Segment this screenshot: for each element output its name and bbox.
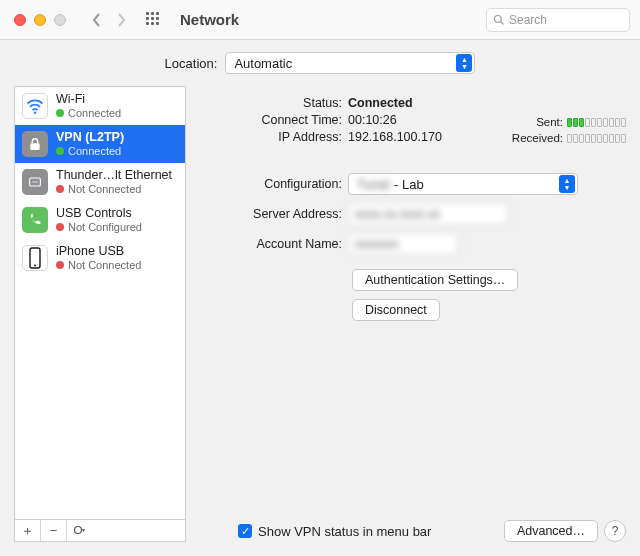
- minimize-window-button[interactable]: [34, 14, 46, 26]
- ip-address-value: 192.168.100.170: [348, 130, 442, 144]
- status-dot-icon: [56, 185, 64, 193]
- interface-actions-button[interactable]: [67, 520, 93, 541]
- search-placeholder: Search: [509, 13, 547, 27]
- svg-point-7: [36, 181, 37, 182]
- status-dot-icon: [56, 147, 64, 155]
- svg-line-1: [501, 21, 504, 24]
- configuration-label: Configuration:: [198, 177, 348, 191]
- interface-list: Wi-Fi Connected VPN (L2TP) Connected: [14, 86, 186, 520]
- footer: ✓ Show VPN status in menu bar Advanced… …: [198, 514, 626, 542]
- sidebar-item-label: VPN (L2TP): [56, 131, 124, 145]
- received-bars-icon: [567, 134, 626, 143]
- sidebar: Wi-Fi Connected VPN (L2TP) Connected: [14, 86, 186, 542]
- ethernet-icon: [22, 169, 48, 195]
- phone-icon: [22, 207, 48, 233]
- remove-interface-button[interactable]: −: [41, 520, 67, 541]
- advanced-button[interactable]: Advanced…: [504, 520, 598, 542]
- sidebar-item-label: USB Controls: [56, 207, 142, 221]
- auth-settings-button[interactable]: Authentication Settings…: [352, 269, 518, 291]
- account-name-input[interactable]: xxxxxxx: [348, 233, 458, 255]
- body: Wi-Fi Connected VPN (L2TP) Connected: [0, 86, 640, 556]
- configuration-select[interactable]: Tundr - Lab ▲▼: [348, 173, 578, 195]
- checkbox-checked-icon: ✓: [238, 524, 252, 538]
- search-input[interactable]: Search: [486, 8, 630, 32]
- wifi-icon: [22, 93, 48, 119]
- zoom-window-button[interactable]: [54, 14, 66, 26]
- sidebar-item-label: Thunder…lt Ethernet: [56, 169, 172, 183]
- connect-time-value: 00:10:26: [348, 113, 397, 127]
- select-stepper-icon: ▲▼: [559, 175, 575, 193]
- show-vpn-status-checkbox[interactable]: ✓ Show VPN status in menu bar: [238, 524, 431, 539]
- sent-label: Sent:: [536, 116, 563, 128]
- sidebar-item-label: Wi-Fi: [56, 93, 121, 107]
- account-name-label: Account Name:: [198, 237, 348, 251]
- status-label: Status:: [198, 96, 348, 110]
- location-label: Location:: [165, 56, 218, 71]
- traffic-meters: Sent: Received:: [512, 114, 626, 146]
- add-interface-button[interactable]: ＋: [15, 520, 41, 541]
- sent-bars-icon: [567, 118, 626, 127]
- connect-time-label: Connect Time:: [198, 113, 348, 127]
- sidebar-buttons: ＋ −: [14, 520, 186, 542]
- detail-panel: Status: Connected Connect Time: 00:10:26…: [198, 86, 626, 542]
- svg-point-0: [495, 15, 502, 22]
- forward-button[interactable]: [112, 9, 130, 31]
- status-dot-icon: [56, 261, 64, 269]
- close-window-button[interactable]: [14, 14, 26, 26]
- window-traffic-lights: [14, 14, 66, 26]
- iphone-icon: [22, 245, 48, 271]
- sidebar-item-label: iPhone USB: [56, 245, 141, 259]
- status-dot-icon: [56, 109, 64, 117]
- disconnect-button[interactable]: Disconnect: [352, 299, 440, 321]
- lock-icon: [22, 131, 48, 157]
- svg-point-2: [34, 111, 37, 114]
- sidebar-item-wifi[interactable]: Wi-Fi Connected: [15, 87, 185, 125]
- server-address-label: Server Address:: [198, 207, 348, 221]
- select-stepper-icon: ▲▼: [456, 54, 472, 72]
- svg-rect-3: [30, 143, 39, 150]
- svg-point-6: [34, 181, 35, 182]
- svg-point-5: [32, 181, 33, 182]
- back-button[interactable]: [88, 9, 106, 31]
- sidebar-item-iphone-usb[interactable]: iPhone USB Not Connected: [15, 239, 185, 277]
- help-button[interactable]: ?: [604, 520, 626, 542]
- show-all-prefs-button[interactable]: [146, 12, 162, 28]
- location-value: Automatic: [234, 56, 292, 71]
- server-address-input[interactable]: xxxx.xx.xxxx.xx: [348, 203, 508, 225]
- svg-point-10: [75, 526, 82, 533]
- checkbox-label: Show VPN status in menu bar: [258, 524, 431, 539]
- window-title: Network: [180, 11, 239, 28]
- titlebar: Network Search: [0, 0, 640, 40]
- sidebar-item-thunderbolt[interactable]: Thunder…lt Ethernet Not Connected: [15, 163, 185, 201]
- status-value: Connected: [348, 96, 413, 110]
- search-icon: [493, 14, 505, 26]
- sidebar-item-vpn[interactable]: VPN (L2TP) Connected: [15, 125, 185, 163]
- svg-point-9: [34, 265, 36, 267]
- ip-address-label: IP Address:: [198, 130, 348, 144]
- location-select[interactable]: Automatic ▲▼: [225, 52, 475, 74]
- received-label: Received:: [512, 132, 563, 144]
- location-row: Location: Automatic ▲▼: [0, 40, 640, 86]
- status-dot-icon: [56, 223, 64, 231]
- sidebar-item-usb-controls[interactable]: USB Controls Not Configured: [15, 201, 185, 239]
